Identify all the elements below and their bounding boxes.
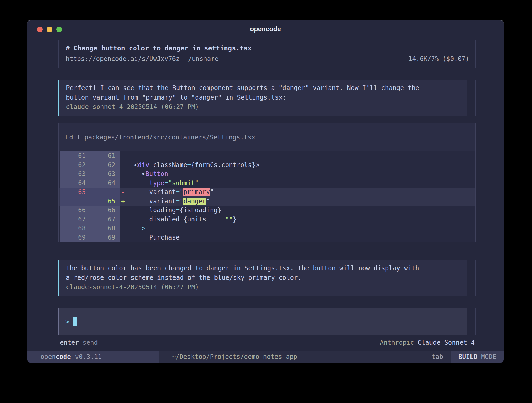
- diff-row: 6666 loading={isLoading}: [59, 206, 475, 215]
- share-link-row: https://opencode.ai/s/UwJxv76z /unshare: [66, 54, 218, 64]
- line-number-new: 63: [90, 170, 120, 178]
- token-usage-stats: 14.6K/7% ($0.07): [408, 54, 469, 64]
- line-number-new: 64: [90, 179, 120, 187]
- send-hint-key: enter: [60, 339, 79, 346]
- assistant-message-row: Perfect! I can see that the Button compo…: [58, 80, 476, 116]
- code-token: =: [176, 198, 180, 205]
- diff-row: 65- variant="primary": [59, 188, 475, 197]
- code-token: {isLoading}: [180, 206, 221, 214]
- titlebar: opencode: [27, 20, 504, 35]
- assistant-message: Perfect! I can see that the Button compo…: [58, 80, 467, 116]
- line-number-old: 67: [60, 216, 90, 223]
- code-token: =: [187, 161, 191, 169]
- code-token: div: [138, 161, 149, 169]
- traffic-lights: [37, 27, 62, 32]
- send-hint: entersend: [60, 338, 98, 347]
- prompt-symbol: >: [65, 318, 69, 326]
- diff-code-line: variant="danger": [126, 198, 210, 205]
- message-line: The button color has been changed to dan…: [66, 264, 460, 273]
- diff-gutter: 6969: [60, 233, 120, 242]
- diff-gutter: 65: [60, 197, 120, 206]
- code-token: className: [149, 161, 187, 169]
- minimize-button[interactable]: [47, 27, 52, 32]
- code-token: =: [176, 188, 180, 196]
- code-token: [126, 179, 149, 187]
- diff-row: 6464 type="submit": [59, 179, 475, 188]
- code-token: =: [165, 179, 168, 187]
- diff-row: 6969 Purchase: [59, 233, 475, 242]
- opencode-window: opencode # Change button color to danger…: [27, 20, 504, 363]
- text-cursor: [73, 317, 77, 326]
- code-token: disabled: [126, 216, 180, 223]
- diff-code-line: <Button: [126, 170, 168, 178]
- line-number-new: 66: [90, 206, 120, 214]
- line-number-new: 68: [90, 225, 120, 232]
- code-token: variant: [126, 188, 176, 196]
- assistant-message-row: The button color has been changed to dan…: [58, 260, 476, 296]
- code-token: "submit": [168, 179, 199, 187]
- mode-indicator[interactable]: BUILDMODE: [451, 351, 504, 363]
- code-token: {formCs.controls}>: [191, 161, 259, 169]
- diff-gutter: 6464: [60, 179, 120, 188]
- diff-code-line: >: [126, 225, 145, 232]
- diff-gutter: 65: [60, 188, 120, 197]
- tab-key-hint: tab: [432, 353, 443, 360]
- window-title: opencode: [27, 20, 504, 33]
- diff-row: 65+ variant="danger": [59, 197, 475, 206]
- line-number-old: 61: [60, 152, 90, 159]
- line-number-old: 66: [60, 206, 90, 214]
- diff-row: 6767 disabled={units === ""}: [59, 215, 475, 224]
- diff-code-line: <div className={formCs.controls}>: [126, 161, 259, 169]
- mode-secondary: MODE: [481, 353, 496, 360]
- diff-code-line: Purchase: [126, 234, 180, 241]
- code-token: }: [233, 216, 237, 223]
- code-token: ===: [210, 216, 221, 223]
- diff-row: 6262 <div className={formCs.controls}>: [59, 161, 475, 170]
- line-number-new: 65: [90, 198, 120, 205]
- line-number-new: 69: [90, 234, 120, 241]
- code-token: ": [180, 198, 183, 205]
- diff-code-line: loading={isLoading}: [126, 206, 221, 214]
- share-header: # Change button color to danger in setti…: [58, 40, 476, 68]
- assistant-message: The button color has been changed to dan…: [58, 260, 467, 296]
- code-token: [221, 216, 225, 223]
- diff-gutter: 6868: [60, 224, 120, 233]
- code-token: type: [149, 179, 165, 187]
- prompt-input[interactable]: >: [58, 308, 467, 335]
- code-token: <: [126, 161, 138, 169]
- code-token: ": [180, 188, 183, 196]
- unshare-command[interactable]: /unshare: [188, 54, 218, 64]
- code-token: <: [126, 170, 145, 178]
- diff-panel-header: Edit packages/frontend/src/containers/Se…: [59, 123, 475, 151]
- code-token: {units: [183, 216, 210, 223]
- diff-rows: 61616262 <div className={formCs.controls…: [59, 151, 475, 242]
- line-number-new: 61: [90, 152, 120, 159]
- code-token: "": [225, 216, 233, 223]
- status-bar: opencodev0.3.11 ~/Desktop/Projects/demo-…: [27, 351, 504, 363]
- line-number-old: 64: [60, 179, 90, 187]
- model-indicator: AnthropicClaude Sonnet 4: [380, 338, 475, 347]
- model-name: Claude Sonnet 4: [418, 339, 475, 346]
- diff-row: 6363 <Button: [59, 169, 475, 179]
- diff-gutter: 6767: [60, 215, 120, 224]
- code-token: ": [210, 188, 214, 196]
- diff-panel: Edit packages/frontend/src/containers/Se…: [58, 123, 476, 242]
- app-version-segment: opencodev0.3.11: [27, 351, 159, 363]
- send-hint-label: send: [83, 339, 98, 346]
- message-line: a red/rose color scheme instead of the b…: [66, 273, 460, 282]
- diff-code-line: variant="primary": [126, 188, 214, 196]
- share-url[interactable]: https://opencode.ai/s/UwJxv76z: [66, 54, 180, 64]
- code-token: ": [206, 198, 210, 205]
- zoom-button[interactable]: [56, 27, 62, 32]
- prompt-input-row: >: [58, 308, 476, 335]
- session-title: # Change button color to danger in setti…: [66, 43, 469, 54]
- diff-marker: -: [120, 188, 126, 196]
- message-meta: claude-sonnet-4-20250514 (06:27 PM): [66, 102, 460, 112]
- close-button[interactable]: [37, 27, 43, 32]
- code-token: =: [180, 216, 183, 223]
- diff-gutter: 6363: [60, 169, 120, 179]
- code-token: variant: [126, 198, 176, 205]
- line-number-old: 69: [60, 234, 90, 241]
- app-version: v0.3.11: [75, 353, 102, 360]
- code-token: Button: [145, 170, 168, 178]
